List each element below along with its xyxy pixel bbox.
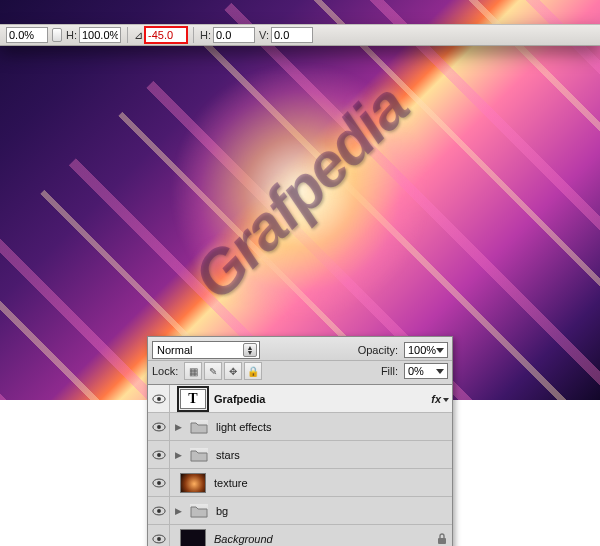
width-input[interactable] [6,27,48,43]
folder-icon [190,448,208,462]
height-input[interactable] [79,27,121,43]
layer-effects-badge[interactable]: fx [428,393,452,405]
disclosure-triangle-icon[interactable]: ▶ [170,506,186,516]
layer-name[interactable]: texture [210,477,452,489]
lock-all-icon[interactable]: 🔒 [244,362,262,380]
visibility-toggle[interactable] [148,497,170,524]
skew-h-label: H: [200,29,211,41]
svg-point-3 [157,425,161,429]
folder-icon [190,504,208,518]
separator [127,27,128,43]
width-field [6,27,48,43]
svg-point-9 [157,509,161,513]
fill-label: Fill: [381,365,398,377]
disclosure-triangle-icon[interactable]: ▶ [170,450,186,460]
skew-v-label: V: [259,29,269,41]
fill-value: 0% [408,365,424,377]
layer-name[interactable]: bg [212,505,452,517]
folder-icon [190,420,208,434]
visibility-toggle[interactable] [148,441,170,468]
height-field: H: [66,27,121,43]
lock-label: Lock: [152,365,178,377]
blend-mode-select[interactable]: Normal ▲▼ [152,341,260,359]
angle-input[interactable] [145,27,187,43]
skew-v-input[interactable] [271,27,313,43]
opacity-input[interactable]: 100% [404,342,448,358]
visibility-toggle[interactable] [148,385,170,412]
stepper-icon: ▲▼ [243,343,257,357]
angle-icon: ⊿ [134,29,143,42]
layer-name[interactable]: Grafpedia [210,393,428,405]
blend-mode-value: Normal [157,344,192,356]
lock-buttons: ▦ ✎ ✥ 🔒 [184,362,262,380]
svg-point-11 [157,537,161,541]
visibility-toggle[interactable] [148,413,170,440]
layer-row[interactable]: ▶stars [148,441,452,469]
layers-panel-row-lock: Lock: ▦ ✎ ✥ 🔒 Fill: 0% [148,361,452,385]
skew-h-field: H: [200,27,255,43]
skew-v-field: V: [259,27,313,43]
disclosure-triangle-icon[interactable]: ▶ [170,422,186,432]
visibility-toggle[interactable] [148,469,170,496]
opacity-label: Opacity: [358,344,398,356]
layers-panel-row-blend: Normal ▲▼ Opacity: 100% [148,337,452,361]
lock-position-icon[interactable]: ✥ [224,362,242,380]
angle-field: ⊿ [134,27,187,43]
svg-point-7 [157,481,161,485]
layer-row[interactable]: Background [148,525,452,546]
lock-pixels-icon[interactable]: ✎ [204,362,222,380]
layer-thumb [180,529,206,547]
lock-icon [432,533,452,545]
chevron-down-icon [436,369,444,374]
link-constrain-icon[interactable] [52,28,62,42]
layer-thumb [180,473,206,493]
chevron-down-icon [436,348,444,353]
skew-h-input[interactable] [213,27,255,43]
svg-point-1 [157,397,161,401]
layer-name[interactable]: light effects [212,421,452,433]
layer-row[interactable]: TGrafpediafx [148,385,452,413]
height-label: H: [66,29,77,41]
layers-panel: Normal ▲▼ Opacity: 100% Lock: ▦ ✎ ✥ 🔒 Fi… [147,336,453,546]
fill-input[interactable]: 0% [404,363,448,379]
layer-row[interactable]: ▶light effects [148,413,452,441]
transform-options-bar: H: ⊿ H: V: [0,24,600,46]
layer-list: TGrafpediafx▶light effects▶starstexture▶… [148,385,452,546]
lock-transparency-icon[interactable]: ▦ [184,362,202,380]
svg-rect-12 [438,538,446,544]
visibility-toggle[interactable] [148,525,170,546]
layer-name[interactable]: Background [210,533,432,545]
separator [193,27,194,43]
svg-point-5 [157,453,161,457]
layer-row[interactable]: texture [148,469,452,497]
type-layer-thumb: T [180,389,206,409]
opacity-value: 100% [408,344,436,356]
layer-name[interactable]: stars [212,449,452,461]
layer-row[interactable]: ▶bg [148,497,452,525]
